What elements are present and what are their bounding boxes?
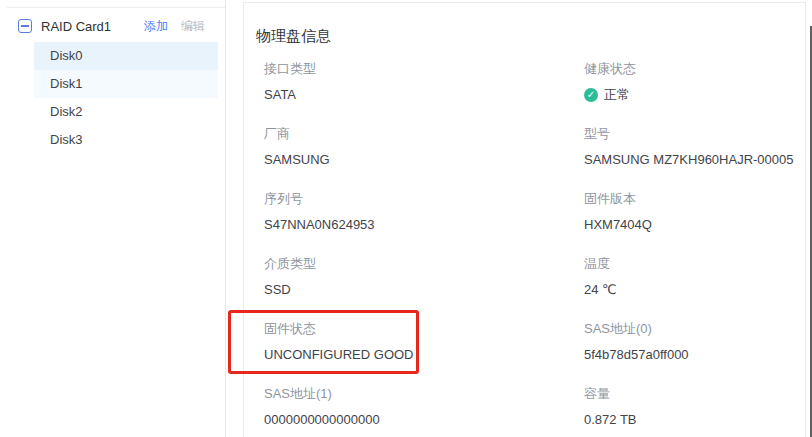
collapse-minus-square-icon[interactable] bbox=[18, 19, 32, 33]
sidebar-item-disk0[interactable]: Disk0 bbox=[34, 42, 218, 70]
field-label: 健康状态 bbox=[584, 60, 795, 78]
physical-disk-page: RAID Card1 添加 编辑 Disk0 Disk1 Disk2 Disk3… bbox=[0, 0, 812, 437]
field-value: 0000000000000000 bbox=[264, 411, 584, 429]
health-status-value: 正常 bbox=[584, 86, 795, 104]
field-sas-address-0: SAS地址(0) 5f4b78d57a0ff000 bbox=[584, 320, 795, 364]
field-value: SATA bbox=[264, 86, 584, 104]
field-value: 5f4b78d57a0ff000 bbox=[584, 346, 795, 364]
field-media-type: 介质类型 SSD bbox=[264, 255, 584, 299]
field-sas-address-1: SAS地址(1) 0000000000000000 bbox=[264, 385, 584, 429]
field-vendor: 厂商 SAMSUNG bbox=[264, 125, 584, 169]
field-value: UNCONFIGURED GOOD bbox=[264, 346, 584, 364]
field-label: 接口类型 bbox=[264, 60, 584, 78]
field-label: SAS地址(0) bbox=[584, 320, 795, 338]
raid-tree-sidebar: RAID Card1 添加 编辑 Disk0 Disk1 Disk2 Disk3 bbox=[0, 0, 226, 437]
field-temperature: 温度 24 ℃ bbox=[584, 255, 795, 299]
field-label: 序列号 bbox=[264, 190, 584, 208]
physical-disk-panel: 物理盘信息 接口类型 SATA 健康状态 正常 厂商 SAMSUNG 型号 SA… bbox=[243, 2, 806, 437]
field-value: SAMSUNG bbox=[264, 151, 584, 169]
field-health-status: 健康状态 正常 bbox=[584, 60, 795, 104]
page-title: 物理盘信息 bbox=[256, 27, 805, 46]
raid-card-label: RAID Card1 bbox=[41, 19, 144, 34]
field-value: 正常 bbox=[604, 86, 630, 104]
disk-list: Disk0 Disk1 Disk2 Disk3 bbox=[34, 42, 218, 154]
field-value: 0.872 TB bbox=[584, 411, 795, 429]
field-label: 厂商 bbox=[264, 125, 584, 143]
field-value: 24 ℃ bbox=[584, 281, 795, 299]
field-firmware-version: 固件版本 HXM7404Q bbox=[584, 190, 795, 234]
add-link[interactable]: 添加 bbox=[144, 18, 168, 35]
field-label: 温度 bbox=[584, 255, 795, 273]
sidebar-item-disk1[interactable]: Disk1 bbox=[34, 70, 218, 98]
field-value: SAMSUNG MZ7KH960HAJR-00005 bbox=[584, 151, 795, 169]
field-value: HXM7404Q bbox=[584, 216, 795, 234]
field-label: SAS地址(1) bbox=[264, 385, 584, 403]
field-capacity: 容量 0.872 TB bbox=[584, 385, 795, 429]
raid-card-row[interactable]: RAID Card1 添加 编辑 bbox=[18, 12, 205, 40]
field-label: 型号 bbox=[584, 125, 795, 143]
field-value: SSD bbox=[264, 281, 584, 299]
edit-link[interactable]: 编辑 bbox=[181, 18, 205, 35]
check-circle-icon bbox=[584, 88, 598, 102]
field-value: S47NNA0N624953 bbox=[264, 216, 584, 234]
field-label: 介质类型 bbox=[264, 255, 584, 273]
field-firmware-state: 固件状态 UNCONFIGURED GOOD bbox=[264, 320, 584, 364]
field-label: 容量 bbox=[584, 385, 795, 403]
field-serial-number: 序列号 S47NNA0N624953 bbox=[264, 190, 584, 234]
raid-card-actions: 添加 编辑 bbox=[144, 18, 205, 35]
field-interface-type: 接口类型 SATA bbox=[264, 60, 584, 104]
field-label: 固件版本 bbox=[584, 190, 795, 208]
field-label: 固件状态 bbox=[264, 320, 584, 338]
sidebar-item-disk3[interactable]: Disk3 bbox=[34, 126, 218, 154]
disk-info-grid: 接口类型 SATA 健康状态 正常 厂商 SAMSUNG 型号 SAMSUNG … bbox=[244, 60, 805, 437]
field-model: 型号 SAMSUNG MZ7KH960HAJR-00005 bbox=[584, 125, 795, 169]
sidebar-item-disk2[interactable]: Disk2 bbox=[34, 98, 218, 126]
